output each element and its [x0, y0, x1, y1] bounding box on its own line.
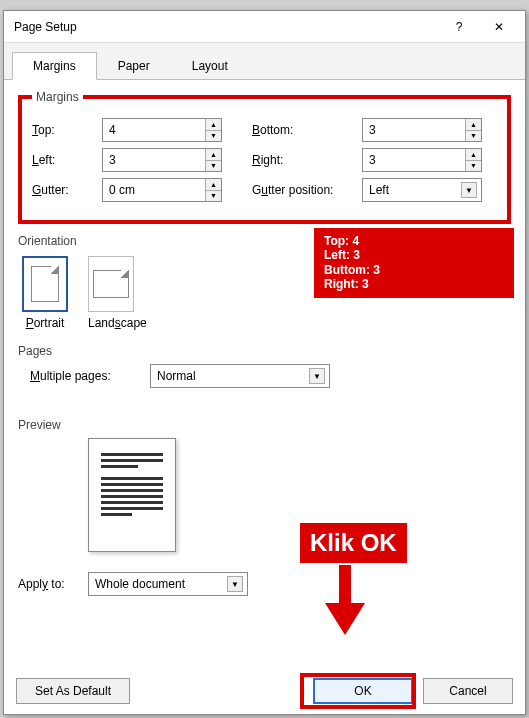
title-bar: Page Setup ? ✕	[4, 11, 525, 43]
spin-up-icon[interactable]: ▲	[465, 119, 481, 131]
set-default-button[interactable]: Set As Default	[16, 678, 130, 704]
portrait-page-icon	[31, 266, 59, 302]
annotation-klik-ok: Klik OK	[300, 523, 407, 563]
orientation-portrait[interactable]: Portrait	[22, 256, 68, 330]
apply-to-label: Apply to:	[18, 577, 88, 591]
left-spinner[interactable]: ▲▼	[102, 148, 222, 172]
cancel-button[interactable]: Cancel	[423, 678, 513, 704]
top-spinner[interactable]: ▲▼	[102, 118, 222, 142]
landscape-page-icon	[93, 270, 129, 298]
tab-layout[interactable]: Layout	[171, 52, 249, 80]
multiple-pages-label: Multiple pages:	[30, 369, 150, 383]
tab-paper[interactable]: Paper	[97, 52, 171, 80]
annotation-arrow-icon	[325, 565, 365, 635]
top-input[interactable]	[102, 118, 222, 142]
spin-down-icon[interactable]: ▼	[205, 161, 221, 172]
gutter-spinner[interactable]: ▲▼	[102, 178, 222, 202]
dialog-button-row: Set As Default OK Cancel	[16, 678, 513, 704]
multiple-pages-select[interactable]: Normal ▼	[150, 364, 330, 388]
spin-down-icon[interactable]: ▼	[205, 131, 221, 142]
top-label: Top:	[32, 123, 102, 137]
ok-button[interactable]: OK	[313, 678, 413, 704]
preview-legend: Preview	[18, 418, 511, 432]
right-label: Right:	[252, 153, 362, 167]
gutter-pos-label: Gutter position:	[252, 183, 362, 197]
landscape-label: Landscape	[88, 316, 147, 330]
apply-to-select[interactable]: Whole document ▼	[88, 572, 248, 596]
right-input[interactable]	[362, 148, 482, 172]
annotation-margins-box: Top: 4 Left: 3 Buttom: 3 Right: 3	[314, 228, 514, 298]
close-icon: ✕	[494, 20, 504, 34]
left-label: Left:	[32, 153, 102, 167]
spin-down-icon[interactable]: ▼	[205, 191, 221, 202]
tab-margins[interactable]: Margins	[12, 52, 97, 80]
gutter-pos-value: Left	[369, 183, 389, 197]
margins-group: Margins Top: ▲▼ Bottom: ▲▼ Left: ▲▼	[18, 90, 511, 224]
chevron-down-icon: ▼	[461, 182, 477, 198]
right-spinner[interactable]: ▲▼	[362, 148, 482, 172]
close-button[interactable]: ✕	[479, 14, 519, 40]
preview-page-icon	[88, 438, 176, 552]
gutter-pos-select[interactable]: Left ▼	[362, 178, 482, 202]
spin-down-icon[interactable]: ▼	[465, 161, 481, 172]
pages-legend: Pages	[18, 344, 511, 358]
svg-marker-0	[325, 565, 365, 635]
gutter-label: Gutter:	[32, 183, 102, 197]
portrait-label: Portrait	[22, 316, 68, 330]
dialog-title: Page Setup	[14, 20, 439, 34]
apply-to-value: Whole document	[95, 577, 185, 591]
gutter-input[interactable]	[102, 178, 222, 202]
tabstrip: Margins Paper Layout	[4, 43, 525, 80]
help-button[interactable]: ?	[439, 14, 479, 40]
dialog-content: Margins Top: ▲▼ Bottom: ▲▼ Left: ▲▼	[4, 80, 525, 606]
left-input[interactable]	[102, 148, 222, 172]
help-icon: ?	[456, 20, 463, 34]
multiple-pages-value: Normal	[157, 369, 196, 383]
orientation-landscape[interactable]: Landscape	[88, 256, 147, 330]
chevron-down-icon: ▼	[309, 368, 325, 384]
page-setup-dialog: Page Setup ? ✕ Margins Paper Layout Marg…	[3, 10, 526, 715]
preview-area	[18, 438, 511, 552]
margins-legend: Margins	[32, 90, 83, 104]
bottom-input[interactable]	[362, 118, 482, 142]
spin-up-icon[interactable]: ▲	[465, 149, 481, 161]
bottom-spinner[interactable]: ▲▼	[362, 118, 482, 142]
spin-up-icon[interactable]: ▲	[205, 179, 221, 191]
spin-down-icon[interactable]: ▼	[465, 131, 481, 142]
spin-up-icon[interactable]: ▲	[205, 119, 221, 131]
spin-up-icon[interactable]: ▲	[205, 149, 221, 161]
bottom-label: Bottom:	[252, 123, 362, 137]
chevron-down-icon: ▼	[227, 576, 243, 592]
